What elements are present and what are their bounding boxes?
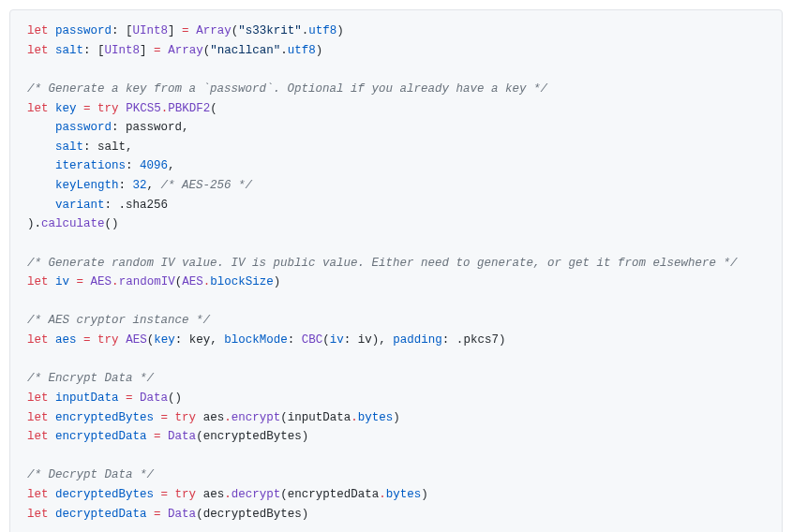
code-line: ).calculate(): [27, 217, 119, 230]
comment: /* Encrypt Data */: [27, 372, 154, 385]
code-line: salt: salt,: [55, 140, 133, 154]
code-line: password: password,: [55, 121, 189, 134]
code-line: iterations: 4096,: [55, 159, 175, 172]
code-line: let iv = AES.randomIV(AES.blockSize): [27, 275, 280, 288]
code-block: let password: [UInt8] = Array("s33krit".…: [9, 9, 783, 532]
function: Array: [196, 24, 232, 37]
code-line: let aes = try AES(key: key, blockMode: C…: [27, 333, 505, 347]
comment: /* Generate a key from a `password`. Opt…: [27, 82, 547, 96]
code-line: let decryptedData = Data(decryptedBytes): [27, 508, 308, 521]
string: "s33krit": [238, 24, 302, 37]
code-line: let password: [UInt8] = Array("s33krit".…: [27, 24, 344, 37]
comment: /* Decrypt Data */: [27, 468, 154, 481]
code-line: keyLength: 32, /* AES-256 */: [55, 179, 252, 192]
comment: /* Generate random IV value. IV is publi…: [27, 257, 738, 270]
code-line: let encryptedData = Data(encryptedBytes): [27, 430, 308, 443]
code-line: let salt: [UInt8] = Array("nacllcan".utf…: [27, 44, 322, 57]
identifier: password: [55, 24, 112, 37]
code-line: variant: .sha256: [55, 199, 168, 212]
comment: /* AES cryptor instance */: [27, 314, 210, 327]
code-line: let key = try PKCS5.PBKDF2(: [27, 102, 217, 115]
type: UInt8: [133, 24, 169, 37]
code-line: let decryptedBytes = try aes.decrypt(enc…: [27, 488, 428, 501]
keyword: let: [27, 24, 49, 37]
code-line: let encryptedBytes = try aes.encrypt(inp…: [27, 411, 400, 424]
code-line: let inputData = Data(): [27, 392, 182, 405]
